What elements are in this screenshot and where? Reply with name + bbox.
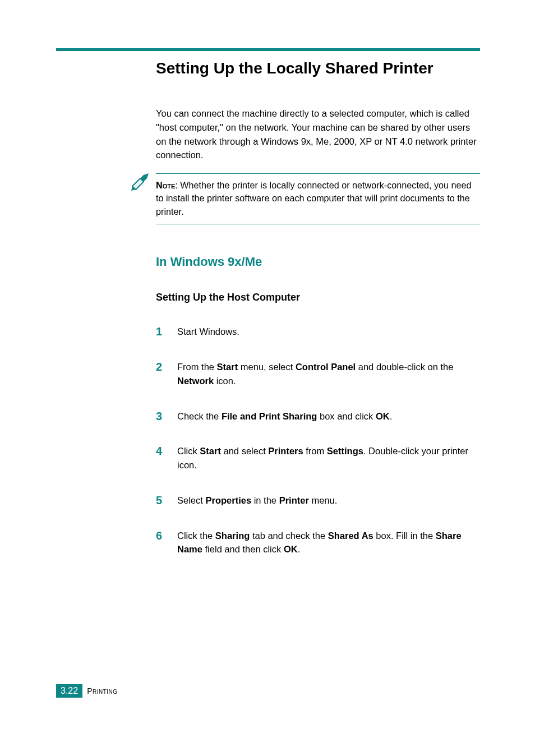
step-text: Select Properties in the Printer menu. bbox=[177, 494, 337, 508]
step-text: Check the File and Print Sharing box and… bbox=[177, 409, 392, 423]
step-number: 1 bbox=[156, 325, 177, 339]
step-item: 4Click Start and select Printers from Se… bbox=[156, 444, 480, 472]
step-item: 5Select Properties in the Printer menu. bbox=[156, 494, 480, 508]
step-list: 1Start Windows.2From the Start menu, sel… bbox=[156, 325, 480, 556]
step-text: Start Windows. bbox=[177, 325, 239, 339]
step-text: From the Start menu, select Control Pane… bbox=[177, 360, 480, 388]
step-item: 1Start Windows. bbox=[156, 325, 480, 339]
subsection-heading: Setting Up the Host Computer bbox=[156, 292, 480, 303]
page-number-badge: 3.22 bbox=[56, 684, 82, 698]
step-text: Click the Sharing tab and check the Shar… bbox=[177, 529, 480, 557]
page-content: Setting Up the Locally Shared Printer Yo… bbox=[156, 59, 480, 578]
note-body: : Whether the printer is locally connect… bbox=[156, 180, 472, 216]
note-box: Note: Whether the printer is locally con… bbox=[156, 173, 480, 224]
step-number: 4 bbox=[156, 444, 177, 472]
step-number: 2 bbox=[156, 360, 177, 388]
step-item: 6Click the Sharing tab and check the Sha… bbox=[156, 529, 480, 557]
note-text: Note: Whether the printer is locally con… bbox=[156, 179, 480, 218]
footer-section-label: Printing bbox=[87, 686, 117, 695]
step-number: 5 bbox=[156, 494, 177, 508]
note-icon bbox=[130, 170, 153, 193]
section-heading: In Windows 9x/Me bbox=[156, 255, 480, 269]
top-rule bbox=[56, 48, 480, 51]
note-label: Note bbox=[156, 180, 175, 190]
step-item: 2From the Start menu, select Control Pan… bbox=[156, 360, 480, 388]
intro-paragraph: You can connect the machine directly to … bbox=[156, 107, 480, 162]
main-heading: Setting Up the Locally Shared Printer bbox=[156, 59, 480, 77]
step-number: 6 bbox=[156, 529, 177, 557]
step-item: 3Check the File and Print Sharing box an… bbox=[156, 409, 480, 423]
step-text: Click Start and select Printers from Set… bbox=[177, 444, 480, 472]
step-number: 3 bbox=[156, 409, 177, 423]
page-footer: 3.22 Printing bbox=[56, 684, 118, 698]
